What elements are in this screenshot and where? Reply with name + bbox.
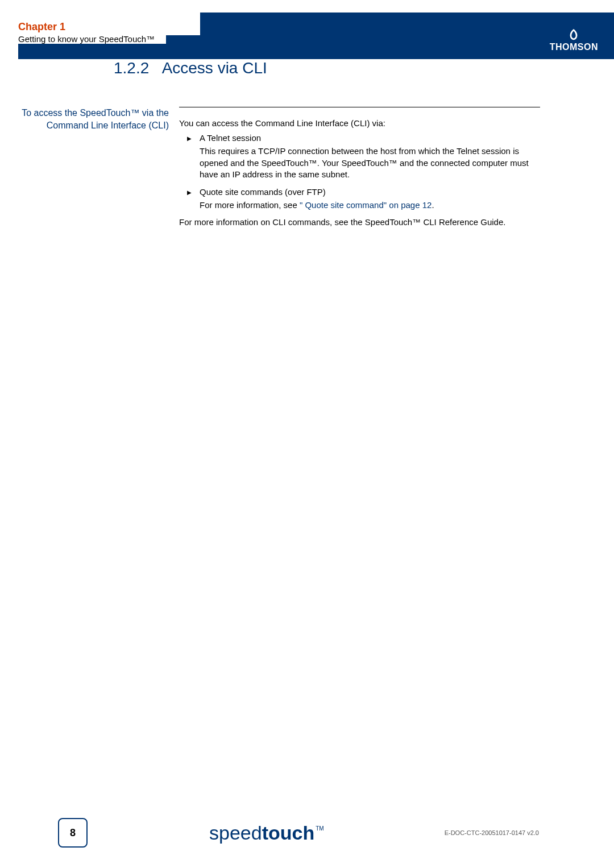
logo-prefix: speed [209,822,262,844]
list-item: Quote site commands (over FTP) For more … [179,186,540,211]
speedtouch-logo: speedtouchTM [209,822,323,844]
intro-paragraph: You can access the Command Line Interfac… [179,118,540,129]
more-info-suffix: . [432,200,434,210]
thomson-icon [567,28,580,41]
page-number-box: 8 [58,818,88,848]
list-item-body: This requires a TCP/IP connection betwee… [200,146,540,181]
divider [179,107,540,107]
page-number: 8 [70,827,76,839]
thomson-logo: THOMSON [550,28,598,52]
section-title-row: 1.2.2 Access via CLI [114,59,614,77]
logo-tm: TM [316,825,323,832]
list-item: A Telnet session This requires a TCP/IP … [179,132,540,181]
logo-bold: touch [262,822,315,844]
list-item-title: Quote site commands (over FTP) [200,186,540,198]
thomson-text: THOMSON [550,42,598,52]
list-item-body: For more information, see " Quote site c… [200,200,540,211]
footer: 8 speedtouchTM E-DOC-CTC-20051017-0147 v… [18,816,596,850]
section-number: 1.2.2 [114,59,149,77]
content-column: You can access the Command Line Interfac… [179,107,614,232]
side-heading: To access the SpeedTouch™ via the Comman… [0,107,169,131]
section-title: Access via CLI [162,59,267,77]
more-info-prefix: For more information, see [200,200,300,210]
side-column: To access the SpeedTouch™ via the Comman… [0,107,179,232]
outro-paragraph: For more information on CLI commands, se… [179,217,540,228]
header-bar: Chapter 1 Getting to know your SpeedTouc… [18,13,614,59]
cross-reference-link[interactable]: " Quote site command" on page 12 [300,200,432,210]
main-content: To access the SpeedTouch™ via the Comman… [0,107,614,232]
document-id: E-DOC-CTC-20051017-0147 v2.0 [445,829,539,836]
bullet-list: A Telnet session This requires a TCP/IP … [179,132,540,211]
chapter-subtitle: Getting to know your SpeedTouch™ [18,34,166,44]
chapter-label: Chapter 1 [18,13,200,35]
list-item-title: A Telnet session [200,132,540,144]
